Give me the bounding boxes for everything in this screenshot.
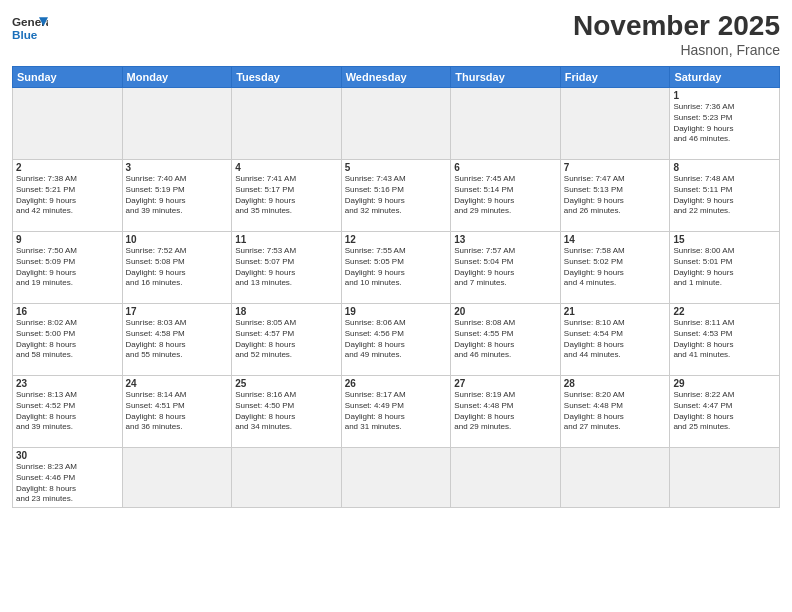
day-number: 5: [345, 162, 448, 173]
day-info: Sunrise: 8:11 AM Sunset: 4:53 PM Dayligh…: [673, 318, 776, 361]
day-number: 20: [454, 306, 557, 317]
header-tuesday: Tuesday: [232, 67, 342, 88]
table-row: [341, 448, 451, 508]
day-info: Sunrise: 7:36 AM Sunset: 5:23 PM Dayligh…: [673, 102, 776, 145]
day-info: Sunrise: 7:52 AM Sunset: 5:08 PM Dayligh…: [126, 246, 229, 289]
day-number: 11: [235, 234, 338, 245]
day-info: Sunrise: 8:20 AM Sunset: 4:48 PM Dayligh…: [564, 390, 667, 433]
day-info: Sunrise: 8:02 AM Sunset: 5:00 PM Dayligh…: [16, 318, 119, 361]
table-row: 22Sunrise: 8:11 AM Sunset: 4:53 PM Dayli…: [670, 304, 780, 376]
header-thursday: Thursday: [451, 67, 561, 88]
table-row: [13, 88, 123, 160]
day-info: Sunrise: 7:38 AM Sunset: 5:21 PM Dayligh…: [16, 174, 119, 217]
table-row: 21Sunrise: 8:10 AM Sunset: 4:54 PM Dayli…: [560, 304, 670, 376]
day-number: 18: [235, 306, 338, 317]
table-row: 23Sunrise: 8:13 AM Sunset: 4:52 PM Dayli…: [13, 376, 123, 448]
table-row: [560, 88, 670, 160]
header-sunday: Sunday: [13, 67, 123, 88]
header-saturday: Saturday: [670, 67, 780, 88]
day-info: Sunrise: 8:06 AM Sunset: 4:56 PM Dayligh…: [345, 318, 448, 361]
table-row: 17Sunrise: 8:03 AM Sunset: 4:58 PM Dayli…: [122, 304, 232, 376]
day-info: Sunrise: 8:16 AM Sunset: 4:50 PM Dayligh…: [235, 390, 338, 433]
table-row: 16Sunrise: 8:02 AM Sunset: 5:00 PM Dayli…: [13, 304, 123, 376]
day-number: 24: [126, 378, 229, 389]
table-row: [122, 448, 232, 508]
day-number: 4: [235, 162, 338, 173]
svg-text:Blue: Blue: [12, 28, 38, 41]
header-wednesday: Wednesday: [341, 67, 451, 88]
table-row: 4Sunrise: 7:41 AM Sunset: 5:17 PM Daylig…: [232, 160, 342, 232]
day-number: 10: [126, 234, 229, 245]
day-number: 13: [454, 234, 557, 245]
day-info: Sunrise: 8:00 AM Sunset: 5:01 PM Dayligh…: [673, 246, 776, 289]
table-row: 11Sunrise: 7:53 AM Sunset: 5:07 PM Dayli…: [232, 232, 342, 304]
table-row: 18Sunrise: 8:05 AM Sunset: 4:57 PM Dayli…: [232, 304, 342, 376]
table-row: 8Sunrise: 7:48 AM Sunset: 5:11 PM Daylig…: [670, 160, 780, 232]
table-row: 7Sunrise: 7:47 AM Sunset: 5:13 PM Daylig…: [560, 160, 670, 232]
day-number: 25: [235, 378, 338, 389]
day-info: Sunrise: 8:23 AM Sunset: 4:46 PM Dayligh…: [16, 462, 119, 505]
header: General Blue November 2025 Hasnon, Franc…: [12, 10, 780, 58]
day-info: Sunrise: 7:45 AM Sunset: 5:14 PM Dayligh…: [454, 174, 557, 217]
day-number: 17: [126, 306, 229, 317]
day-info: Sunrise: 8:13 AM Sunset: 4:52 PM Dayligh…: [16, 390, 119, 433]
table-row: 25Sunrise: 8:16 AM Sunset: 4:50 PM Dayli…: [232, 376, 342, 448]
day-number: 16: [16, 306, 119, 317]
day-number: 7: [564, 162, 667, 173]
header-friday: Friday: [560, 67, 670, 88]
day-info: Sunrise: 8:19 AM Sunset: 4:48 PM Dayligh…: [454, 390, 557, 433]
table-row: [560, 448, 670, 508]
page: General Blue November 2025 Hasnon, Franc…: [0, 0, 792, 612]
day-number: 29: [673, 378, 776, 389]
table-row: 1Sunrise: 7:36 AM Sunset: 5:23 PM Daylig…: [670, 88, 780, 160]
table-row: 28Sunrise: 8:20 AM Sunset: 4:48 PM Dayli…: [560, 376, 670, 448]
table-row: 30Sunrise: 8:23 AM Sunset: 4:46 PM Dayli…: [13, 448, 123, 508]
table-row: 15Sunrise: 8:00 AM Sunset: 5:01 PM Dayli…: [670, 232, 780, 304]
day-info: Sunrise: 8:22 AM Sunset: 4:47 PM Dayligh…: [673, 390, 776, 433]
day-number: 1: [673, 90, 776, 101]
header-monday: Monday: [122, 67, 232, 88]
calendar-table: Sunday Monday Tuesday Wednesday Thursday…: [12, 66, 780, 508]
day-info: Sunrise: 7:40 AM Sunset: 5:19 PM Dayligh…: [126, 174, 229, 217]
day-number: 30: [16, 450, 119, 461]
logo-icon: General Blue: [12, 10, 48, 46]
table-row: 27Sunrise: 8:19 AM Sunset: 4:48 PM Dayli…: [451, 376, 561, 448]
table-row: [232, 448, 342, 508]
table-row: [451, 88, 561, 160]
title-block: November 2025 Hasnon, France: [573, 10, 780, 58]
day-number: 9: [16, 234, 119, 245]
table-row: [451, 448, 561, 508]
table-row: 6Sunrise: 7:45 AM Sunset: 5:14 PM Daylig…: [451, 160, 561, 232]
day-info: Sunrise: 8:17 AM Sunset: 4:49 PM Dayligh…: [345, 390, 448, 433]
table-row: 3Sunrise: 7:40 AM Sunset: 5:19 PM Daylig…: [122, 160, 232, 232]
day-info: Sunrise: 7:41 AM Sunset: 5:17 PM Dayligh…: [235, 174, 338, 217]
table-row: [670, 448, 780, 508]
day-info: Sunrise: 7:48 AM Sunset: 5:11 PM Dayligh…: [673, 174, 776, 217]
table-row: 14Sunrise: 7:58 AM Sunset: 5:02 PM Dayli…: [560, 232, 670, 304]
day-info: Sunrise: 7:43 AM Sunset: 5:16 PM Dayligh…: [345, 174, 448, 217]
location: Hasnon, France: [573, 42, 780, 58]
day-number: 2: [16, 162, 119, 173]
day-number: 21: [564, 306, 667, 317]
day-info: Sunrise: 7:58 AM Sunset: 5:02 PM Dayligh…: [564, 246, 667, 289]
day-info: Sunrise: 8:08 AM Sunset: 4:55 PM Dayligh…: [454, 318, 557, 361]
table-row: 29Sunrise: 8:22 AM Sunset: 4:47 PM Dayli…: [670, 376, 780, 448]
day-number: 3: [126, 162, 229, 173]
day-number: 19: [345, 306, 448, 317]
table-row: 9Sunrise: 7:50 AM Sunset: 5:09 PM Daylig…: [13, 232, 123, 304]
day-number: 14: [564, 234, 667, 245]
day-number: 26: [345, 378, 448, 389]
day-number: 22: [673, 306, 776, 317]
table-row: [341, 88, 451, 160]
day-info: Sunrise: 8:14 AM Sunset: 4:51 PM Dayligh…: [126, 390, 229, 433]
day-number: 8: [673, 162, 776, 173]
day-number: 28: [564, 378, 667, 389]
calendar-week-row: 9Sunrise: 7:50 AM Sunset: 5:09 PM Daylig…: [13, 232, 780, 304]
table-row: 10Sunrise: 7:52 AM Sunset: 5:08 PM Dayli…: [122, 232, 232, 304]
table-row: 13Sunrise: 7:57 AM Sunset: 5:04 PM Dayli…: [451, 232, 561, 304]
day-number: 23: [16, 378, 119, 389]
day-info: Sunrise: 7:57 AM Sunset: 5:04 PM Dayligh…: [454, 246, 557, 289]
day-number: 27: [454, 378, 557, 389]
calendar-week-row: 16Sunrise: 8:02 AM Sunset: 5:00 PM Dayli…: [13, 304, 780, 376]
table-row: 19Sunrise: 8:06 AM Sunset: 4:56 PM Dayli…: [341, 304, 451, 376]
